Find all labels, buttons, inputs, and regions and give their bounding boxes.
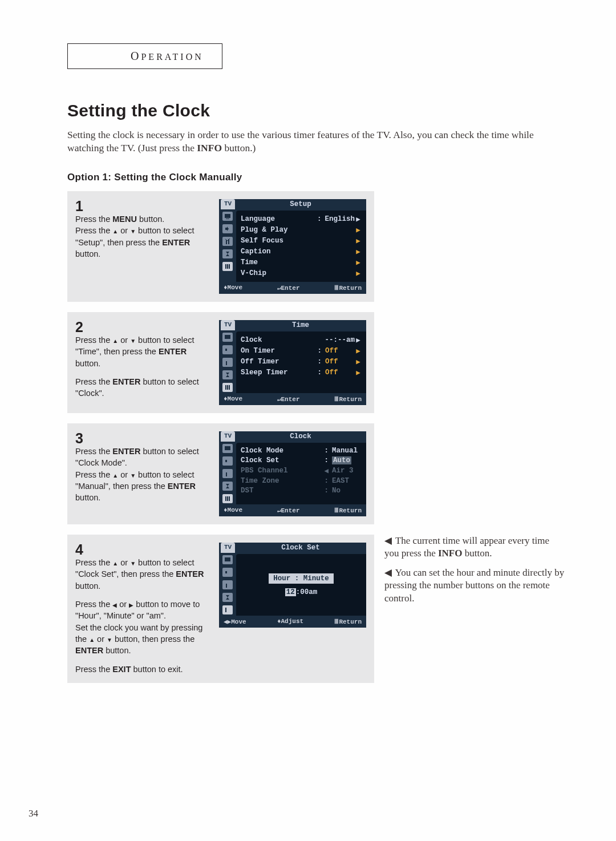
osd-side-icons — [219, 330, 236, 393]
osd-row-clock: Clock--:--am▶ — [241, 334, 362, 345]
svg-rect-4 — [226, 240, 227, 244]
osd-footer-move: ♦Move — [224, 284, 242, 292]
osd-row-sleeptimer: Sleep Timer:Off▶ — [241, 367, 362, 378]
osd-tv-tab: TV — [221, 431, 235, 442]
intro-paragraph: Setting the clock is necessary in order … — [67, 128, 566, 155]
osd-row-ontimer: On Timer:Off▶ — [241, 345, 362, 356]
side-notes: ▶ The current time will appear every tim… — [384, 535, 565, 611]
picture-icon — [222, 212, 233, 221]
osd-row-time: Time▶ — [241, 257, 362, 268]
osd-time-content: Clock--:--am▶ On Timer:Off▶ Off Timer:Of… — [236, 331, 366, 393]
step-3-number: 3 — [75, 431, 211, 446]
step-2: 2 Press the or button to select "Time", … — [67, 312, 374, 413]
picture-icon — [222, 444, 233, 453]
osd-footer-adjust: ♦Adjust — [277, 618, 303, 625]
osd-footer-move: ◀▶Move — [224, 618, 246, 625]
osd-footer-enter: ↵Enter — [277, 395, 300, 403]
section-header-first: O — [131, 50, 141, 62]
step-1-text: 1 Press the MENU button.Press the or but… — [75, 199, 211, 260]
step-3-para: Press the ENTER button to select "Clock … — [75, 446, 211, 503]
setup-icon — [222, 605, 233, 614]
option-heading: Option 1: Setting the Clock Manually — [67, 172, 566, 183]
step-3: 3 Press the ENTER button to select "Cloc… — [67, 423, 374, 524]
sound-icon — [222, 456, 233, 466]
time-icon — [222, 593, 233, 602]
osd-footer-move: ♦Move — [224, 395, 242, 403]
osd-tv-tab: TV — [221, 320, 235, 330]
osd-row-offtimer: Off Timer:Off▶ — [241, 356, 362, 367]
svg-point-11 — [227, 266, 228, 268]
step-2-para-2: Press the ENTER button to select "Clock"… — [75, 376, 211, 399]
osd-row-language: Language:English▶ — [241, 213, 362, 224]
section-header-box: OPERATION — [67, 43, 222, 69]
osd-row-clockmode: Clock Mode:Manual — [241, 446, 362, 455]
osd-side-icons — [219, 553, 236, 616]
svg-point-12 — [229, 265, 230, 266]
step-4-para-1: Press the or button to select "Clock Set… — [75, 557, 211, 592]
svg-marker-6 — [226, 252, 229, 256]
osd-time-value: 12:00am — [285, 588, 318, 596]
svg-rect-24 — [225, 496, 226, 501]
svg-rect-19 — [229, 385, 230, 390]
osd-row-tz: Time Zone:EAST — [241, 476, 362, 486]
svg-rect-15 — [226, 361, 227, 365]
osd-footer-return: ⅢReturn — [334, 618, 362, 625]
step-1-para: Press the MENU button.Press the or butto… — [75, 213, 211, 260]
osd-setup-content: Language:English▶ Plug & Play▶ Self Focu… — [236, 211, 366, 282]
osd-hour-highlight: 12 — [285, 588, 296, 596]
svg-marker-23 — [226, 484, 229, 488]
time-icon — [222, 482, 233, 491]
step-3-text: 3 Press the ENTER button to select "Cloc… — [75, 431, 211, 503]
svg-rect-14 — [225, 349, 227, 351]
osd-footer-move: ♦Move — [224, 507, 242, 514]
svg-marker-16 — [226, 373, 229, 377]
osd-row-caption: Caption▶ — [241, 246, 362, 257]
step-4: 4 Press the or button to select "Clock S… — [67, 535, 374, 683]
osd-setup-title: Setup — [235, 199, 366, 209]
osd-footer: ♦Move ↵Enter ⅢReturn — [219, 393, 366, 405]
osd-side-icons — [219, 209, 236, 282]
osd-footer-return: ⅢReturn — [334, 507, 362, 514]
osd-row-pbs: PBS Channel◀Air 3 — [241, 465, 362, 476]
osd-side-icons — [219, 442, 236, 504]
step-4-number: 4 — [75, 543, 211, 557]
page-number: 34 — [29, 808, 38, 819]
osd-clockset: TV Clock Set Hour : Minute 12:00am — [219, 543, 366, 628]
time-icon — [222, 370, 233, 379]
picture-icon — [222, 333, 233, 342]
setup-icon — [222, 383, 233, 392]
svg-rect-28 — [225, 571, 227, 573]
osd-clock: TV Clock Clock Mode:Manual Clock Set:Aut… — [219, 431, 366, 516]
osd-row-dst: DST:No — [241, 486, 362, 495]
osd-clockset-title: Clock Set — [235, 543, 366, 553]
svg-rect-27 — [225, 557, 230, 561]
osd-time: TV Time Clock--:--am▶ On Timer:Off▶ Off … — [219, 320, 366, 405]
setup-icon — [222, 494, 233, 503]
osd-footer: ♦Move ↵Enter ⅢReturn — [219, 282, 366, 294]
section-header-rest: PERATION — [141, 52, 203, 62]
step-4-row: 4 Press the or button to select "Clock S… — [67, 535, 566, 683]
svg-rect-0 — [225, 214, 230, 218]
osd-tv-tab: TV — [221, 543, 235, 553]
osd-footer-enter: ↵Enter — [277, 284, 300, 292]
picture-icon — [222, 555, 233, 564]
osd-row-plugplay: Plug & Play▶ — [241, 224, 362, 235]
step-1: 1 Press the MENU button.Press the or but… — [67, 191, 374, 302]
step-4-text: 4 Press the or button to select "Clock S… — [75, 543, 211, 675]
osd-setup: TV Setup Language:English▶ Plug & Play▶ … — [219, 199, 366, 294]
step-2-text: 2 Press the or button to select "Time", … — [75, 320, 211, 399]
osd-hm-label: Hour : Minute — [269, 573, 334, 584]
svg-rect-21 — [225, 460, 227, 462]
svg-rect-13 — [225, 335, 230, 339]
osd-clock-content: Clock Mode:Manual Clock Set:Auto PBS Cha… — [236, 443, 366, 504]
channel-icon — [222, 469, 233, 478]
svg-rect-29 — [226, 584, 227, 588]
svg-rect-31 — [225, 608, 226, 612]
osd-time-title: Time — [235, 320, 366, 330]
svg-marker-3 — [227, 227, 229, 231]
sound-icon — [222, 568, 233, 577]
setup-icon — [222, 262, 233, 271]
sound-icon — [222, 224, 233, 233]
sound-icon — [222, 345, 233, 354]
note-1: ▶ The current time will appear every tim… — [384, 535, 565, 560]
